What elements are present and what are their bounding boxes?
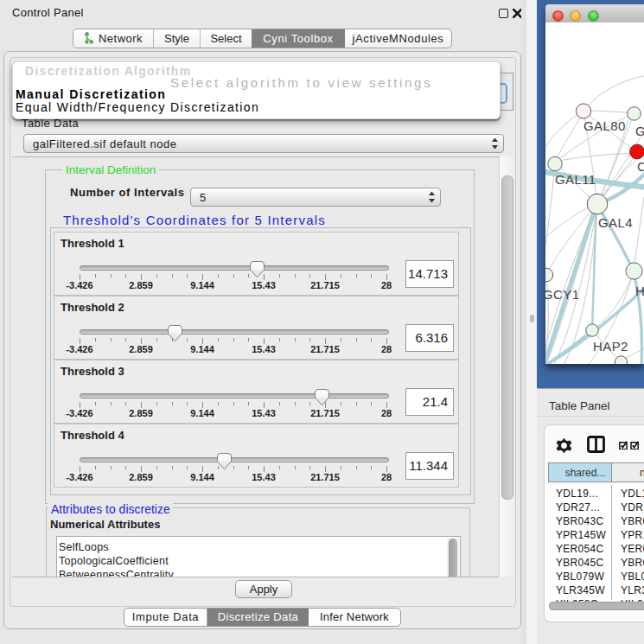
svg-text:GAL4: GAL4: [598, 215, 633, 230]
svg-text:GA: GA: [635, 124, 644, 138]
svg-text:HI: HI: [635, 284, 644, 298]
svg-text:GCY1: GCY1: [545, 287, 579, 302]
svg-text:GAL80: GAL80: [583, 118, 626, 133]
svg-text:HAP2: HAP2: [593, 339, 628, 354]
svg-text:GAL11: GAL11: [555, 172, 596, 187]
svg-text:CY: CY: [637, 159, 644, 174]
